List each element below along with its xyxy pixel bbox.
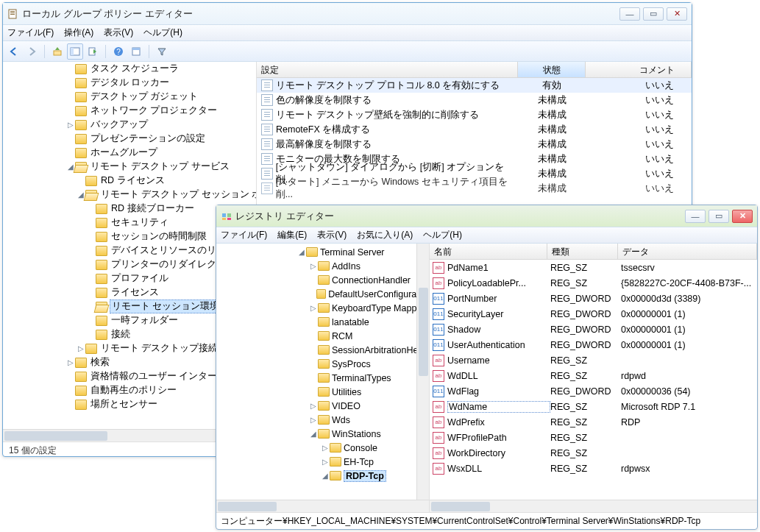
expand-toggle-icon[interactable]: ▷ [77, 344, 85, 352]
menu-file[interactable]: ファイル(F) [221, 229, 267, 241]
reg-titlebar[interactable]: レジストリ エディター — ▭ ✕ [216, 205, 757, 227]
minimize-button[interactable]: — [619, 7, 640, 21]
registry-key[interactable]: ConnectionHandler [216, 273, 429, 287]
gpe-titlebar[interactable]: ローカル グループ ポリシー エディター — ▭ ✕ [3, 3, 692, 25]
values-header[interactable]: 名前 種類 データ [430, 244, 757, 260]
tree-item[interactable]: デジタル ロッカー [3, 76, 257, 90]
folder-icon [318, 275, 330, 285]
settings-row[interactable]: リモート デスクトップ壁紙を強制的に削除する未構成いいえ [257, 107, 692, 122]
close-button[interactable]: ✕ [667, 7, 687, 21]
expand-toggle-icon[interactable]: ▷ [309, 416, 318, 424]
menu-action[interactable]: 操作(A) [64, 26, 93, 39]
menu-view[interactable]: 表示(V) [317, 229, 347, 241]
horizontal-scrollbar[interactable] [430, 500, 757, 512]
col-data[interactable]: データ [618, 244, 757, 259]
registry-value-row[interactable]: abWFProfilePathREG_SZ [430, 430, 757, 445]
tree-item[interactable]: ホームグループ [3, 146, 257, 160]
settings-row[interactable]: 色の解像度を制限する未構成いいえ [257, 93, 692, 107]
list-header[interactable]: 設定 状態 コメント [257, 62, 692, 78]
col-name[interactable]: 名前 [430, 244, 547, 259]
registry-key[interactable]: lanatable [216, 315, 429, 329]
menu-file[interactable]: ファイル(F) [7, 26, 54, 39]
expand-toggle-icon[interactable]: ◢ [297, 248, 306, 256]
registry-value-row[interactable]: 011PortNumberREG_DWORD0x00000d3d (3389) [430, 291, 757, 306]
registry-key[interactable]: ◢RDP-Tcp [216, 469, 429, 483]
forward-button[interactable] [24, 43, 40, 60]
settings-row[interactable]: 最高解像度を制限する未構成いいえ [257, 137, 692, 152]
tree-item[interactable]: タスク スケジューラ [3, 62, 257, 76]
registry-value-row[interactable]: abWsxDLLREG_SZrdpwsx [430, 461, 757, 476]
registry-value-row[interactable]: abWdDLLREG_SZrdpwd [430, 368, 757, 383]
reg-values-list[interactable]: 名前 種類 データ abPdName1REG_SZtssecsrvabPolic… [430, 244, 757, 512]
registry-key[interactable]: ◢WinStations [216, 427, 429, 441]
reg-tree[interactable]: ◢Terminal Server▷AddInsConnectionHandler… [216, 244, 430, 512]
up-button[interactable] [49, 43, 65, 60]
expand-toggle-icon[interactable]: ▷ [309, 262, 318, 270]
registry-value-row[interactable]: abWdNameREG_SZMicrosoft RDP 7.1 [430, 399, 757, 414]
registry-value-row[interactable]: abPdName1REG_SZtssecsrv [430, 260, 757, 275]
settings-row[interactable]: リモート デスクトップ プロトコル 8.0 を有効にする有効いいえ [257, 78, 692, 93]
registry-value-row[interactable]: 011ShadowREG_DWORD0x00000001 (1) [430, 322, 757, 337]
registry-key[interactable]: ◢Terminal Server [216, 245, 429, 259]
registry-key[interactable]: DefaultUserConfigurati... [216, 287, 429, 301]
registry-key[interactable]: Utilities [216, 385, 429, 399]
registry-key[interactable]: ▷VIDEO [216, 399, 429, 413]
registry-key[interactable]: SessionArbitrationHe... [216, 343, 429, 357]
maximize-button[interactable]: ▭ [643, 7, 664, 21]
expand-toggle-icon[interactable]: ▷ [309, 304, 318, 312]
registry-value-row[interactable]: abWorkDirectoryREG_SZ [430, 445, 757, 461]
tree-item[interactable]: ▷バックアップ [3, 118, 257, 132]
horizontal-scrollbar[interactable] [216, 500, 429, 512]
registry-key[interactable]: TerminalTypes [216, 371, 429, 385]
menu-help[interactable]: ヘルプ(H) [143, 26, 182, 39]
show-hide-tree-button[interactable] [67, 43, 83, 60]
tree-item[interactable]: デスクトップ ガジェット [3, 90, 257, 104]
back-button[interactable] [6, 43, 22, 60]
filter-button[interactable] [154, 43, 170, 60]
col-comment[interactable]: コメント [586, 62, 692, 77]
expand-toggle-icon[interactable]: ▷ [321, 458, 330, 466]
expand-toggle-icon[interactable]: ▷ [309, 402, 318, 410]
value-data: 0x00000001 (1) [621, 324, 757, 335]
tree-item[interactable]: プレゼンテーションの設定 [3, 132, 257, 146]
menu-edit[interactable]: 編集(E) [277, 229, 307, 241]
maximize-button[interactable]: ▭ [708, 210, 729, 223]
registry-value-row[interactable]: abWdPrefixREG_SZRDP [430, 414, 757, 430]
expand-toggle-icon[interactable]: ◢ [321, 472, 330, 480]
expand-toggle-icon[interactable]: ▷ [66, 358, 75, 366]
registry-value-row[interactable]: 011SecurityLayerREG_DWORD0x00000001 (1) [430, 306, 757, 322]
vertical-scrollbar[interactable] [416, 244, 429, 500]
registry-key[interactable]: RCM [216, 329, 429, 343]
value-data: rdpwsx [621, 464, 757, 474]
col-setting[interactable]: 設定 [257, 62, 518, 77]
registry-value-row[interactable]: abUsernameREG_SZ [430, 352, 757, 368]
menu-view[interactable]: 表示(V) [104, 26, 133, 39]
registry-key[interactable]: ▷AddIns [216, 259, 429, 273]
menu-help[interactable]: ヘルプ(H) [423, 229, 462, 241]
col-state[interactable]: 状態 [518, 62, 586, 77]
registry-value-row[interactable]: 011UserAuthenticationREG_DWORD0x00000001… [430, 337, 757, 352]
expand-toggle-icon[interactable]: ▷ [321, 444, 330, 452]
menu-favorites[interactable]: お気に入り(A) [357, 229, 413, 241]
tree-item[interactable]: ◢リモート デスクトップ サービス [3, 160, 257, 174]
registry-value-row[interactable]: abPolicyLoadablePr...REG_SZ{5828227C-20C… [430, 275, 757, 291]
settings-row[interactable]: RemoteFX を構成する未構成いいえ [257, 122, 692, 137]
expand-toggle-icon[interactable]: ▷ [66, 121, 75, 129]
tree-item[interactable]: ネットワーク プロジェクター [3, 104, 257, 118]
registry-key[interactable]: SysProcs [216, 357, 429, 371]
tree-item[interactable]: RD ライセンス [3, 174, 257, 188]
expand-toggle-icon[interactable]: ◢ [309, 430, 318, 438]
settings-row[interactable]: [スタート] メニューから Windows セキュリティ項目を削...未構成いい… [257, 181, 692, 196]
close-button[interactable]: ✕ [732, 210, 753, 223]
registry-key[interactable]: ▷Wds [216, 413, 429, 427]
properties-button[interactable] [128, 43, 144, 60]
registry-key[interactable]: ▷Console [216, 441, 429, 455]
tree-item[interactable]: ◢リモート デスクトップ セッション ホ... [3, 188, 257, 202]
help-button[interactable]: ? [110, 43, 127, 60]
registry-key[interactable]: ▷KeyboardType Mapp... [216, 301, 429, 315]
registry-key[interactable]: ▷EH-Tcp [216, 455, 429, 469]
registry-value-row[interactable]: 011WdFlagREG_DWORD0x00000036 (54) [430, 383, 757, 399]
export-button[interactable] [85, 43, 101, 60]
minimize-button[interactable]: — [685, 210, 706, 223]
col-type[interactable]: 種類 [547, 244, 618, 259]
